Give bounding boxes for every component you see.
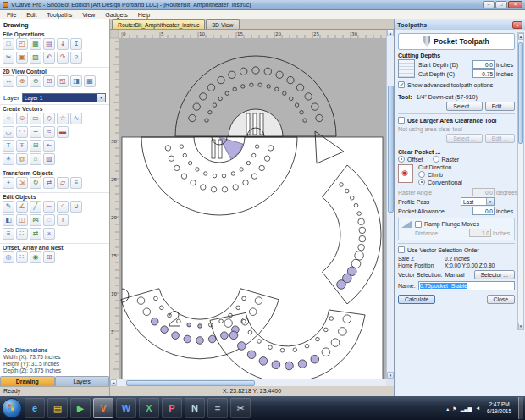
selector-button[interactable]: Selector ... [474, 270, 516, 279]
draw-rectangle-icon[interactable]: ▭ [30, 113, 41, 124]
help-icon[interactable]: ? [70, 52, 82, 64]
tool-select-button[interactable]: Select ... [446, 102, 482, 111]
clearance-edit-button[interactable]: Edit ... [485, 134, 515, 143]
distort-objects-icon[interactable]: ▱ [57, 177, 69, 189]
paint-taskbar-icon[interactable]: P [162, 398, 182, 418]
horizontal-scrollbar[interactable]: ◄ [110, 379, 386, 386]
toolpath-name-input[interactable]: 0.75pocket_Stable [418, 281, 515, 290]
draw-spiral-icon[interactable]: @ [16, 153, 28, 165]
measure-tool-icon[interactable]: ∠ [16, 201, 28, 213]
chevron-down-icon[interactable]: ▾ [97, 94, 105, 102]
group-objects-icon[interactable]: ◧ [3, 214, 14, 226]
close-vectors-icon[interactable]: ◌ [43, 214, 55, 226]
mirror-objects-icon[interactable]: ⇄ [43, 177, 55, 189]
volume-icon[interactable]: ◄ [475, 406, 480, 411]
chevron-down-icon[interactable]: ▼ [486, 198, 494, 205]
internet-explorer-taskbar-icon[interactable]: e [25, 398, 45, 418]
offset-radio[interactable] [398, 156, 405, 163]
menu-item-view[interactable]: View [77, 12, 100, 18]
menu-item-file[interactable]: File [2, 12, 21, 18]
zoom-selected-icon[interactable]: ◨ [70, 75, 82, 87]
draw-polygon-icon[interactable]: ◇ [43, 113, 55, 124]
raster-radio[interactable] [433, 156, 439, 163]
import-vectors-icon[interactable]: ↧ [57, 38, 69, 50]
new-file-icon[interactable]: □ [3, 38, 14, 50]
action-center-icon[interactable]: ⚑ [452, 406, 456, 412]
cut-icon[interactable]: ✂ [3, 52, 14, 64]
draw-keyhole-icon[interactable]: ⌂ [30, 153, 41, 165]
mirror-copy-icon[interactable]: ⇄ [30, 228, 41, 240]
paste-special-icon[interactable]: ▧ [43, 153, 55, 165]
panel-tab-layers[interactable]: Layers [55, 376, 110, 386]
ramp-checkbox[interactable] [415, 221, 422, 228]
extend-vectors-icon[interactable]: ⊢ [43, 201, 55, 213]
start-button[interactable] [2, 398, 22, 418]
close-panel-icon[interactable]: × [512, 21, 522, 29]
draw-curve-icon[interactable]: ◡ [3, 126, 14, 138]
menu-item-toolpaths[interactable]: Toolpaths [41, 12, 77, 18]
network-icon[interactable]: ▂▄▆ [461, 406, 472, 412]
vector-order-checkbox[interactable] [398, 246, 405, 253]
draw-text-icon[interactable]: T [3, 140, 14, 152]
copy-icon[interactable]: ▣ [16, 52, 28, 64]
conventional-radio[interactable] [418, 179, 425, 185]
fit-curves-icon[interactable]: ≀ [57, 214, 69, 226]
zoom-window-icon[interactable]: ⊡ [43, 75, 55, 87]
save-file-icon[interactable]: ▦ [30, 38, 41, 50]
draw-circle-icon[interactable]: ○ [3, 113, 14, 124]
align-objects-icon[interactable]: ≡ [70, 177, 82, 189]
open-file-icon[interactable]: ◰ [16, 38, 28, 50]
menu-item-help[interactable]: Help [133, 12, 155, 18]
scroll-up-icon[interactable]: ▲ [518, 33, 524, 40]
draw-star-icon[interactable]: ☆ [57, 113, 69, 124]
hidden-icons-chevron[interactable]: ▴ [446, 406, 449, 412]
doc-tab[interactable]: 3D View [206, 19, 239, 29]
show-desktop-button[interactable] [518, 397, 523, 419]
cut-depth-input[interactable]: 0.75 [472, 69, 495, 78]
draw-gear-icon[interactable]: ✳ [3, 153, 14, 165]
zoom-extents-icon[interactable]: ◱ [57, 75, 69, 87]
vcarve-pro-taskbar-icon[interactable]: V [93, 398, 113, 418]
scroll-down-icon[interactable]: ▼ [387, 372, 394, 379]
weld-vectors-icon[interactable]: ∪ [70, 201, 82, 213]
nest-parts-icon[interactable]: ⊞ [43, 251, 55, 263]
text-in-box-icon[interactable]: ⊞ [30, 140, 41, 152]
windows-explorer-taskbar-icon[interactable]: ▤ [47, 398, 68, 418]
calculator-taskbar-icon[interactable]: = [207, 398, 228, 418]
panel-scrollbar[interactable]: ▲ ▼ [517, 32, 524, 330]
maximize-button[interactable]: □ [495, 1, 507, 8]
panel-scroll-thumb[interactable] [518, 42, 523, 144]
join-vectors-icon[interactable]: ⋈ [30, 214, 41, 226]
scroll-up-icon[interactable]: ▲ [387, 30, 394, 36]
smooth-polyline-icon[interactable]: ≈ [43, 126, 55, 138]
close-button[interactable]: × [508, 1, 522, 8]
draw-ellipse-icon[interactable]: ⊙ [16, 113, 28, 124]
clearance-tool-checkbox[interactable] [398, 117, 405, 124]
close-toolpath-button[interactable]: Close [487, 295, 515, 304]
pan-view-icon[interactable]: ↔ [3, 75, 14, 87]
print-file-icon[interactable]: ▤ [43, 38, 55, 50]
offset-vectors-icon[interactable]: ◎ [3, 251, 14, 263]
rotate-objects-icon[interactable]: ↻ [30, 177, 41, 189]
minimize-button[interactable]: – [483, 1, 495, 8]
profile-pass-dropdown[interactable]: Last ▼ [461, 197, 495, 206]
pocket-allowance-input[interactable]: 0.0 [472, 207, 495, 215]
climb-radio[interactable] [418, 171, 425, 178]
vertical-scroll-thumb[interactable] [388, 86, 394, 213]
word-taskbar-icon[interactable]: W [116, 398, 136, 418]
doc-tab[interactable]: RouterBit_Amphitheater_instruc [112, 19, 205, 29]
vertical-scrollbar[interactable]: ▲ ▼ [386, 30, 394, 379]
start-depth-input[interactable]: 0.0 [472, 60, 495, 69]
scroll-left-icon[interactable]: ◄ [110, 379, 117, 386]
menu-item-edit[interactable]: Edit [21, 12, 41, 18]
menu-item-gadgets[interactable]: Gadgets [100, 12, 132, 18]
paste-icon[interactable]: ▨ [30, 52, 41, 64]
advanced-options-checkbox[interactable] [398, 81, 405, 88]
draw-freehand-icon[interactable]: ∽ [30, 126, 41, 138]
drawing-canvas[interactable]: 05101520253030252015105 [110, 30, 386, 379]
snipping-tool-taskbar-icon[interactable]: ✂ [230, 398, 251, 418]
export-vectors-icon[interactable]: ↥ [70, 38, 82, 50]
space-evenly-icon[interactable]: ∷ [16, 228, 28, 240]
set-size-icon[interactable]: ⇲ [16, 177, 28, 189]
ungroup-objects-icon[interactable]: ◫ [16, 214, 28, 226]
